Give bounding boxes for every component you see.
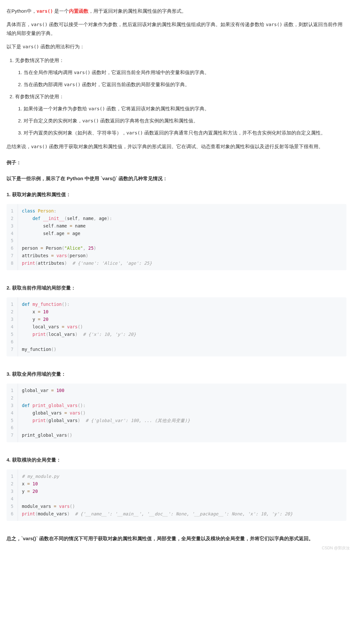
list-item: 当在函数内部调用 vars() 函数时，它返回当前函数的局部变量和值的字典。 <box>24 80 346 89</box>
ex4-title: 4. 获取模块的全局变量： <box>7 455 346 464</box>
code-content[interactable]: class Person: def __init__(self, name, a… <box>18 204 346 271</box>
line-gutter: 1234567 <box>7 297 18 356</box>
ex3-title: 3. 获取全局作用域的变量： <box>7 369 346 378</box>
line-gutter: 1234567 <box>7 384 18 443</box>
intro-p1: 在Python中，vars() 是一个内置函数，用于返回对象的属性和属性值的字典… <box>7 7 346 15</box>
list-item: 如果传递一个对象作为参数给 vars() 函数，它将返回该对象的属性和属性值的字… <box>24 104 346 113</box>
summary-1: 总结来说，vars() 函数用于获取对象的属性和属性值，并以字典的形式返回。它在… <box>7 142 346 151</box>
conclusion: 总之，`vars()` 函数在不同的情况下可用于获取对象的属性和属性值，局部变量… <box>7 534 346 543</box>
code-content[interactable]: global_var = 100 def print_global_vars()… <box>18 384 346 443</box>
ex2-title: 2. 获取当前作用域的局部变量： <box>7 283 346 292</box>
code-block-2: 1234567 def my_function(): x = 10 y = 20… <box>7 297 346 356</box>
ex1-title: 1. 获取对象的属性和属性值： <box>7 190 346 199</box>
list-item: 当在全局作用域内调用 vars() 函数时，它返回当前全局作用域中的变量和值的字… <box>24 68 346 77</box>
code-block-4: 123456 # my_module.py x = 10 y = 20 modu… <box>7 469 346 521</box>
examples-intro: 以下是一些示例，展示了在 Python 中使用 `vars()` 函数的几种常见… <box>7 174 346 183</box>
list-item: 有参数情况下的使用： 如果传递一个对象作为参数给 vars() 函数，它将返回该… <box>15 92 346 137</box>
examples-head: 例子： <box>7 158 346 167</box>
code-content[interactable]: def my_function(): x = 10 y = 20 local_v… <box>18 297 346 356</box>
line-gutter: 123456 <box>7 469 18 521</box>
list-item: 无参数情况下的使用： 当在全局作用域内调用 vars() 函数时，它返回当前全局… <box>15 56 346 89</box>
intro-p2: 具体而言，vars() 函数可以接受一个对象作为参数，然后返回该对象的属性和属性… <box>7 20 346 38</box>
list-item: 对于自定义类的实例对象，vars() 函数返回的字典将包含实例的属性和属性值。 <box>24 116 346 125</box>
list-item: 对于内置类的实例对象（如列表、字符串等），vars() 函数返回的字典通常只包含… <box>24 128 346 137</box>
usage-list: 无参数情况下的使用： 当在全局作用域内调用 vars() 函数时，它返回当前全局… <box>7 56 346 137</box>
code-content[interactable]: # my_module.py x = 10 y = 20 module_vars… <box>18 469 346 521</box>
hilite-builtin: 内置函数 <box>69 8 88 14</box>
intro-p3: 以下是 vars() 函数的用法和行为： <box>7 42 346 51</box>
watermark: CSDN @郭庆汝 <box>322 545 350 552</box>
code-block-1: 12345678 class Person: def __init__(self… <box>7 204 346 271</box>
code-block-3: 1234567 global_var = 100 def print_globa… <box>7 384 346 443</box>
line-gutter: 12345678 <box>7 204 18 271</box>
code-vars: vars() <box>37 8 53 14</box>
